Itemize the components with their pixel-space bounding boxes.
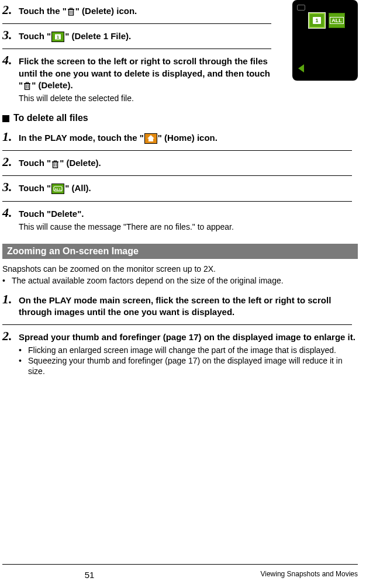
- bullet-text: The actual available zoom factors depend…: [12, 275, 284, 286]
- chapter-title: Viewing Snapshots and Movies: [179, 570, 358, 580]
- text: " (All).: [65, 183, 91, 193]
- text: " (Delete).: [32, 80, 72, 90]
- delete-one-button-illustration: 1: [309, 13, 325, 28]
- text: Touch ": [19, 183, 51, 193]
- back-arrow-icon: [298, 64, 304, 72]
- trash-icon: [23, 79, 31, 91]
- step-number: 3.: [2, 27, 19, 43]
- divider: [2, 324, 352, 325]
- step-bullet: • Flicking an enlarged screen image will…: [19, 345, 358, 355]
- step-number: 4.: [2, 205, 19, 220]
- camera-illustration: 1 ALL: [292, 0, 358, 81]
- svg-text:1: 1: [57, 34, 60, 40]
- step-number: 4.: [2, 53, 19, 68]
- divider: [2, 201, 352, 202]
- page-number: 51: [0, 570, 179, 580]
- intro-text: Snapshots can be zoomed on the monitor s…: [2, 264, 358, 274]
- subheading-to-delete-all: To delete all files: [2, 113, 358, 123]
- delete-all-button-illustration: ALL: [329, 13, 345, 28]
- subheading-text: To delete all files: [13, 113, 88, 123]
- intro-bullet: • The actual available zoom factors depe…: [2, 275, 358, 286]
- section-heading-zoom: Zooming an On-screen Image: [2, 244, 358, 259]
- step-number: 2.: [2, 2, 19, 18]
- step-bullet: • Squeezing your thumb and forefinger (p…: [19, 355, 358, 376]
- step-text: Touch "1" (Delete 1 File).: [19, 30, 271, 43]
- text: " (Delete 1 File).: [65, 31, 131, 41]
- step-text: Spread your thumb and forefinger (page 1…: [19, 331, 358, 343]
- step-text: Flick the screen to the left or right to…: [19, 56, 271, 92]
- step-number: 3.: [2, 179, 19, 195]
- square-bullet-icon: [2, 115, 9, 122]
- divider: [2, 150, 352, 151]
- step-delete-2: 2. Touch the "" (Delete) icon.: [2, 0, 271, 21]
- step-all-2: 2. Touch "" (Delete).: [2, 152, 358, 173]
- text: Touch the ": [19, 6, 67, 16]
- step-note: This will delete the selected file.: [19, 93, 271, 103]
- text: " (Delete).: [60, 158, 101, 168]
- text: In the PLAY mode, touch the ": [19, 133, 144, 143]
- step-text: In the PLAY mode, touch the "" (Home) ic…: [19, 132, 358, 144]
- all-icon: ALL: [330, 17, 344, 24]
- step-number: 2.: [2, 154, 19, 170]
- bullet-dot: •: [19, 345, 28, 355]
- footer-divider: [2, 564, 358, 565]
- bullet-text: Flicking an enlarged screen image will c…: [28, 345, 336, 355]
- step-text: Touch "" (Delete).: [19, 157, 358, 170]
- step-all-1: 1. In the PLAY mode, touch the "" (Home)…: [2, 127, 358, 148]
- step-text: Touch "Delete".: [19, 208, 358, 220]
- text: Touch ": [19, 158, 51, 168]
- trash-icon: [51, 157, 59, 169]
- step-all-4: 4. Touch "Delete". This will cause the m…: [2, 203, 358, 236]
- bullet-dot: •: [19, 355, 28, 376]
- step-zoom-2: 2. Spread your thumb and forefinger (pag…: [2, 326, 358, 385]
- svg-rect-4: [25, 84, 30, 89]
- bullet-dot: •: [2, 275, 12, 286]
- bullet-text: Squeezing your thumb and forefinger (pag…: [28, 355, 358, 376]
- text: Touch ": [19, 31, 51, 41]
- step-delete-4: 4. Flick the screen to the left or right…: [2, 50, 271, 107]
- text: " (Delete) icon.: [75, 6, 137, 16]
- step-number: 1.: [2, 292, 19, 307]
- step-text: Touch "ALL" (All).: [19, 182, 358, 195]
- text: Flick the screen to the left or right to…: [19, 56, 270, 78]
- step-number: 2.: [2, 328, 19, 344]
- trash-icon: [67, 5, 75, 17]
- step-text: Touch the "" (Delete) icon.: [19, 5, 271, 18]
- step-text: On the PLAY mode main screen, flick the …: [19, 295, 358, 319]
- divider: [2, 49, 271, 49]
- text: " (Home) icon.: [158, 133, 217, 143]
- delete-one-icon: 1: [51, 30, 64, 42]
- step-number: 1.: [2, 129, 19, 144]
- device-buttons: 1 ALL: [309, 13, 345, 28]
- svg-text:ALL: ALL: [54, 188, 61, 191]
- divider: [2, 175, 352, 176]
- device-dial: [297, 5, 305, 11]
- divider: [2, 23, 271, 24]
- svg-rect-0: [68, 9, 73, 15]
- svg-rect-6: [53, 162, 58, 168]
- text: ": [19, 80, 23, 90]
- step-all-3: 3. Touch "ALL" (All).: [2, 177, 358, 198]
- step-note: This will cause the message "There are n…: [19, 222, 358, 232]
- all-icon: ALL: [51, 182, 64, 194]
- page-footer: 51 Viewing Snapshots and Movies: [0, 570, 358, 580]
- one-icon: 1: [313, 17, 321, 24]
- step-zoom-1: 1. On the PLAY mode main screen, flick t…: [2, 289, 358, 322]
- home-icon: [144, 132, 157, 144]
- step-delete-3: 3. Touch "1" (Delete 1 File).: [2, 25, 271, 46]
